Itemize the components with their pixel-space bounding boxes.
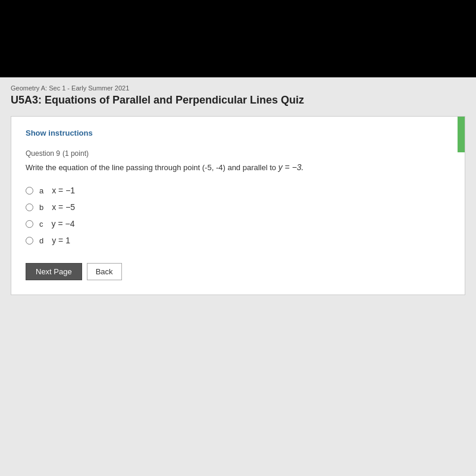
- option-a-label[interactable]: a: [39, 186, 43, 195]
- option-b-value: x = −5: [52, 202, 75, 212]
- radio-a[interactable]: [26, 187, 33, 195]
- question-header: Question 9 (1 point): [26, 148, 450, 158]
- show-instructions-link[interactable]: Show instructions: [26, 129, 93, 137]
- question-number: Question 9: [26, 149, 60, 158]
- radio-d[interactable]: [26, 237, 33, 245]
- answer-options: a x = −1 b x = −5 c y = −4 d y = 1: [26, 186, 450, 245]
- option-b-label[interactable]: b: [39, 203, 43, 212]
- question-text: Write the equation of the line passing t…: [26, 161, 450, 174]
- question-math: y = −3.: [278, 162, 304, 172]
- radio-c[interactable]: [26, 220, 33, 228]
- button-row: Next Page Back: [26, 263, 450, 280]
- option-d-label[interactable]: d: [39, 236, 43, 245]
- option-c: c y = −4: [26, 219, 450, 228]
- quiz-card: Show instructions Question 9 (1 point) W…: [11, 116, 465, 295]
- question-text-main: Write the equation of the line passing t…: [26, 163, 276, 172]
- option-c-label[interactable]: c: [39, 220, 43, 228]
- quiz-title: U5A3: Equations of Parallel and Perpendi…: [11, 94, 465, 107]
- back-button[interactable]: Back: [87, 263, 122, 280]
- option-a: a x = −1: [26, 186, 450, 195]
- course-label: Geometry A: Sec 1 - Early Summer 2021: [11, 84, 465, 92]
- option-a-value: x = −1: [52, 186, 75, 195]
- progress-bar: [458, 117, 465, 152]
- option-b: b x = −5: [26, 202, 450, 212]
- option-d-value: y = 1: [52, 236, 70, 245]
- option-c-value: y = −4: [52, 219, 75, 228]
- question-points: (1 point): [62, 149, 89, 158]
- next-page-button[interactable]: Next Page: [26, 263, 82, 280]
- option-d: d y = 1: [26, 236, 450, 245]
- radio-b[interactable]: [26, 203, 33, 211]
